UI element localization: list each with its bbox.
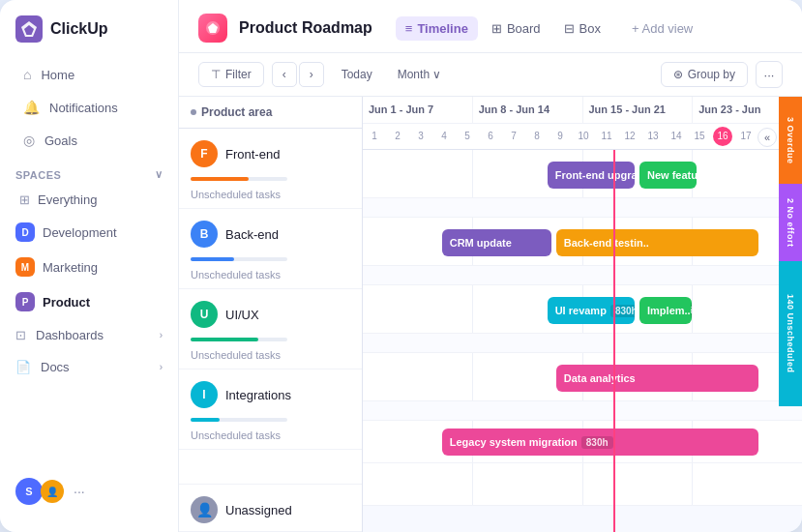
tab-timeline[interactable]: ≡ Timeline	[396, 16, 478, 41]
toolbar-right: ⊛ Group by ···	[661, 61, 783, 88]
group-icon: ⊛	[673, 68, 683, 81]
sidebar-item-home[interactable]: ⌂ Home	[8, 59, 170, 90]
filter-button[interactable]: ⊤ Filter	[198, 62, 264, 87]
day-12: 12	[618, 124, 641, 150]
label-backend: Back-end	[225, 227, 279, 242]
sidebar: ClickUp ⌂ Home 🔔 Notifications ◎ Goals S…	[0, 0, 179, 532]
bar-legacy-migration[interactable]: Legacy system migration 830h	[442, 429, 758, 456]
avatar-secondary[interactable]: 👤	[41, 480, 64, 503]
sidebar-item-notifications[interactable]: 🔔 Notifications	[8, 92, 170, 123]
gantt-area: Product area F Front-end Unscheduled tas…	[179, 97, 802, 532]
gantt-body-row-frontend: Front-end upgrade 830h New feature.. i	[363, 150, 802, 218]
bar-ui-label: UI revamp	[555, 305, 607, 316]
bar-implement[interactable]: Implem.. i	[639, 297, 692, 324]
avatar-primary[interactable]: S	[15, 478, 43, 505]
home-icon: ⌂	[23, 67, 31, 82]
bar-data-analytics[interactable]: Data analytics	[556, 365, 758, 392]
sidebar-item-development[interactable]: D Development	[0, 216, 178, 249]
sidebar-item-docs[interactable]: 📄 Docs ›	[0, 352, 178, 382]
chevron-down-month: ∨	[432, 68, 441, 81]
sidebar-item-goals[interactable]: ◎ Goals	[8, 125, 170, 156]
day-10: 10	[572, 124, 595, 150]
bar-ui-revamp[interactable]: UI revamp 830h	[548, 297, 636, 324]
development-dot: D	[15, 222, 35, 242]
product-dot: P	[15, 292, 35, 311]
day-8: 8	[525, 124, 549, 150]
day-19: 19	[781, 124, 802, 150]
bar-crm-label: CRM update	[450, 237, 512, 249]
main-content: Product Roadmap ≡ Timeline ⊞ Board ⊟ Box…	[179, 0, 802, 532]
week-label-3: Jun 23 - Jun	[693, 97, 802, 123]
sidebar-item-goals-label: Goals	[45, 133, 77, 148]
sidebar-item-marketing-label: Marketing	[43, 260, 98, 275]
subrow-backend: Unscheduled tasks	[179, 267, 362, 288]
week-label-1: Jun 8 - Jun 14	[473, 97, 583, 123]
avatar-more: ···	[74, 484, 85, 499]
spaces-section: Spaces ∨	[0, 157, 178, 185]
avatar-frontend: F	[191, 140, 218, 167]
today-button[interactable]: Today	[332, 63, 382, 86]
bar-impl-label: Implem..	[647, 305, 691, 316]
bell-icon: 🔔	[23, 100, 40, 115]
gantt-row-integrations: I Integrations Unscheduled tasks	[179, 369, 362, 450]
chevron-down-icon: ∨	[155, 168, 163, 181]
label-integrations: Integrations	[225, 388, 291, 402]
day-6: 6	[479, 124, 502, 150]
logo-text: ClickUp	[50, 20, 108, 38]
subrow-integrations: Unscheduled tasks	[179, 428, 362, 449]
day-7: 7	[502, 124, 525, 150]
week-label-0: Jun 1 - Jun 7	[363, 97, 473, 123]
gantt-body-row-backend: CRM update Back-end testin..	[363, 218, 802, 285]
sidebar-item-everything[interactable]: ⊞ Everything	[0, 186, 178, 214]
label-unassigned: Unassigned	[225, 503, 292, 517]
day-13: 13	[641, 124, 665, 150]
grid-icon: ⊞	[19, 192, 30, 207]
docs-icon: 📄	[15, 360, 31, 374]
add-view-button[interactable]: + Add view	[622, 16, 702, 41]
sidebar-item-dashboards[interactable]: ⊡ Dashboards ›	[0, 320, 178, 350]
logo-icon	[15, 15, 43, 43]
gantt-right-panel: Jun 1 - Jun 7 Jun 8 - Jun 14 Jun 15 - Ju…	[363, 97, 802, 532]
month-dropdown[interactable]: Month ∨	[390, 63, 449, 86]
dashboards-icon: ⊡	[15, 328, 26, 342]
project-icon	[198, 14, 227, 43]
avatar-backend: B	[191, 221, 218, 248]
box-icon: ⊟	[564, 21, 575, 36]
goals-icon: ◎	[23, 133, 35, 148]
tab-board[interactable]: ⊞ Board	[482, 16, 550, 41]
day-16-today: 16	[713, 127, 732, 146]
avatar-unassigned: 👤	[191, 496, 218, 523]
gantt-header-right: Jun 1 - Jun 7 Jun 8 - Jun 14 Jun 15 - Ju…	[363, 97, 802, 150]
project-title: Product Roadmap	[239, 19, 372, 37]
week-label-2: Jun 15 - Jun 21	[583, 97, 694, 123]
timeline-icon: ≡	[405, 21, 413, 36]
collapse-button[interactable]: «	[757, 128, 777, 147]
sidebar-item-everything-label: Everything	[38, 192, 97, 207]
day-3: 3	[409, 124, 432, 150]
bar-backend-testing[interactable]: Back-end testin..	[556, 229, 758, 256]
sidebar-item-product[interactable]: P Product	[0, 285, 178, 318]
gantt-left-header: Product area	[179, 97, 362, 129]
chevron-right-icon-docs: ›	[160, 362, 163, 372]
day-1: 1	[363, 124, 386, 150]
toolbar: ⊤ Filter ‹ › Today Month ∨ ⊛ Group by ··…	[179, 53, 802, 97]
day-9: 9	[549, 124, 572, 150]
gantt-body-row-unassigned	[363, 463, 802, 506]
chevron-right-icon: ›	[160, 330, 163, 340]
prev-arrow[interactable]: ‹	[272, 62, 297, 87]
group-by-button[interactable]: ⊛ Group by	[661, 62, 748, 87]
sidebar-item-marketing[interactable]: M Marketing	[0, 251, 178, 283]
tab-box[interactable]: ⊟ Box	[554, 16, 610, 41]
bar-label: Front-end upgrade	[555, 169, 636, 181]
bar-crm-update[interactable]: CRM update	[442, 229, 552, 256]
next-arrow[interactable]: ›	[299, 62, 324, 87]
bar-frontend-upgrade[interactable]: Front-end upgrade 830h	[548, 162, 636, 189]
gantt-body: Front-end upgrade 830h New feature.. i	[363, 150, 802, 532]
bar-legacy-hours: 830h	[581, 436, 613, 449]
gantt-body-row-uiux: UI revamp 830h Implem.. i	[363, 285, 802, 353]
day-14: 14	[665, 124, 688, 150]
day-4: 4	[432, 124, 456, 150]
subrow-frontend: Unscheduled tasks	[179, 187, 362, 208]
bar-new-feature[interactable]: New feature.. i	[639, 162, 697, 189]
more-options-button[interactable]: ···	[756, 61, 783, 88]
